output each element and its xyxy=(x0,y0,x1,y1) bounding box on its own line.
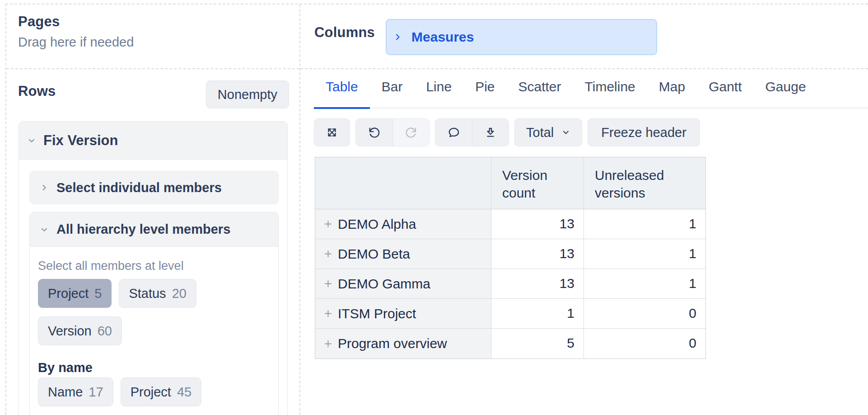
select-all-at-level-label: Select all members at level xyxy=(38,259,270,273)
table-value-cell: 1 xyxy=(584,269,705,299)
by-name-label: By name xyxy=(38,360,270,375)
table-value-cell: 1 xyxy=(491,299,584,329)
level-chip-project[interactable]: Project 5 xyxy=(38,279,112,308)
level-chip-version[interactable]: Version 60 xyxy=(38,316,122,345)
all-hierarchy-header[interactable]: All hierarchy level members xyxy=(30,212,278,247)
tab-pie[interactable]: Pie xyxy=(463,69,506,109)
select-individual-members[interactable]: Select individual members xyxy=(29,171,279,204)
undo-icon xyxy=(368,126,381,139)
table-value-cell: 13 xyxy=(491,209,584,239)
pages-title: Pages xyxy=(18,14,299,30)
columns-drop-zone: Columns Measures xyxy=(300,5,868,69)
expand-plus-icon[interactable] xyxy=(322,338,334,350)
fix-version-title: Fix Version xyxy=(43,132,118,149)
tab-bar[interactable]: Bar xyxy=(370,69,415,109)
tab-gauge[interactable]: Gauge xyxy=(754,69,818,109)
result-table: Version countUnreleased versions DEMO Al… xyxy=(315,157,706,359)
by-name-chip-project[interactable]: Project 45 xyxy=(121,377,202,406)
tab-scatter[interactable]: Scatter xyxy=(506,69,573,109)
all-hierarchy-label: All hierarchy level members xyxy=(56,222,230,237)
total-dropdown[interactable]: Total xyxy=(514,118,582,146)
left-panel: Pages Drag here if needed Rows Nonempty … xyxy=(6,5,300,415)
expand-plus-icon[interactable] xyxy=(322,307,334,320)
undo-redo-group xyxy=(355,118,429,146)
by-name-chips-row: Name 17 Project 45 xyxy=(38,377,270,406)
by-name-chip-name[interactable]: Name 17 xyxy=(38,377,113,406)
table-row-label[interactable]: ITSM Project xyxy=(315,299,491,329)
nonempty-button[interactable]: Nonempty xyxy=(206,80,289,108)
chevron-right-icon xyxy=(39,183,49,193)
tab-gantt[interactable]: Gantt xyxy=(697,69,753,109)
rows-title: Rows xyxy=(18,83,56,99)
expand-button[interactable] xyxy=(314,118,350,146)
chevron-right-icon xyxy=(393,33,402,42)
table-toolbar: Total Freeze header xyxy=(314,118,868,146)
chevron-down-icon xyxy=(561,128,570,137)
all-hierarchy-section: All hierarchy level members Select all m… xyxy=(29,212,279,415)
select-individual-label: Select individual members xyxy=(56,180,222,195)
chevron-down-icon xyxy=(39,225,49,235)
table-row-label[interactable]: DEMO Beta xyxy=(315,239,491,269)
download-icon xyxy=(484,126,497,139)
tab-table[interactable]: Table xyxy=(314,69,370,109)
pages-drag-hint: Drag here if needed xyxy=(18,35,299,50)
expand-plus-icon[interactable] xyxy=(322,278,334,290)
export-button[interactable] xyxy=(472,119,509,146)
tab-line[interactable]: Line xyxy=(414,69,463,109)
table-column-header[interactable]: Version count xyxy=(491,157,584,209)
table-row-label[interactable]: DEMO Alpha xyxy=(315,209,491,239)
view-tabs-bar: TableBarLinePieScatterTimelineMapGanttGa… xyxy=(314,69,868,108)
tab-map[interactable]: Map xyxy=(647,69,697,109)
total-label: Total xyxy=(526,125,554,140)
table-value-cell: 13 xyxy=(491,239,584,269)
comment-icon xyxy=(447,126,461,139)
table-value-cell: 0 xyxy=(584,299,705,329)
level-chips-row: Version 60 xyxy=(38,316,270,345)
level-chips-row: Project 5 Status 20 xyxy=(38,279,270,308)
expand-icon xyxy=(325,126,339,139)
columns-title: Columns xyxy=(314,24,375,41)
table-value-cell: 0 xyxy=(584,329,705,358)
measures-member[interactable]: Measures xyxy=(386,19,657,55)
table-value-cell: 13 xyxy=(491,269,584,299)
fix-version-card: Fix Version Select individual members Al… xyxy=(19,121,288,415)
table-value-cell: 1 xyxy=(584,209,705,239)
measures-label: Measures xyxy=(411,29,474,45)
chevron-down-icon xyxy=(27,136,37,146)
redo-button[interactable] xyxy=(392,119,429,146)
freeze-header-button[interactable]: Freeze header xyxy=(588,118,700,146)
pages-drop-zone[interactable]: Pages Drag here if needed xyxy=(6,5,299,69)
table-row-label[interactable]: DEMO Gamma xyxy=(315,269,491,299)
redo-icon xyxy=(404,126,418,139)
table-corner-cell xyxy=(315,157,491,209)
right-panel: Columns Measures TableBarLinePieScatterT… xyxy=(300,5,868,415)
tab-timeline[interactable]: Timeline xyxy=(573,69,647,109)
table-column-header[interactable]: Unreleased versions xyxy=(584,157,705,209)
fix-version-header[interactable]: Fix Version xyxy=(19,122,287,160)
level-chip-status[interactable]: Status 20 xyxy=(119,279,196,308)
comment-export-group xyxy=(435,118,509,146)
table-value-cell: 1 xyxy=(584,239,705,269)
comment-button[interactable] xyxy=(435,119,472,146)
table-value-cell: 5 xyxy=(491,329,584,358)
undo-button[interactable] xyxy=(356,119,392,146)
expand-plus-icon[interactable] xyxy=(322,248,334,260)
table-row-label[interactable]: Program overview xyxy=(315,329,491,358)
report-builder: Pages Drag here if needed Rows Nonempty … xyxy=(5,4,868,415)
expand-plus-icon[interactable] xyxy=(322,218,334,230)
